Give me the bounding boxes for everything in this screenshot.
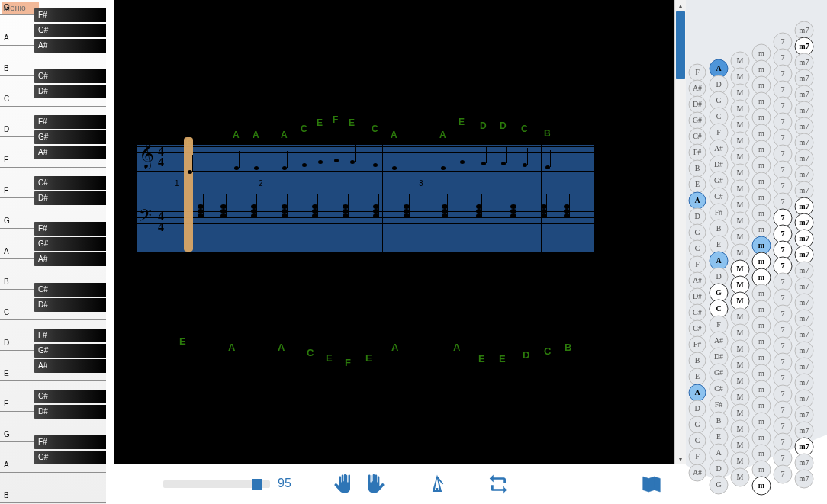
svg-text:D: D bbox=[694, 404, 700, 413]
svg-text:M: M bbox=[737, 409, 744, 417]
svg-text:M: M bbox=[737, 441, 744, 449]
note-letter: C bbox=[544, 345, 551, 357]
svg-text:C: C bbox=[716, 304, 721, 313]
map-view-button[interactable] bbox=[636, 469, 667, 499]
svg-text:M: M bbox=[737, 425, 744, 433]
svg-text:F: F bbox=[695, 260, 700, 268]
svg-text:m: m bbox=[758, 161, 764, 169]
svg-text:7: 7 bbox=[781, 262, 785, 270]
note-letter: C bbox=[372, 124, 378, 134]
svg-text:m7: m7 bbox=[799, 250, 809, 258]
loop-button[interactable] bbox=[483, 469, 513, 499]
scroll-up-icon[interactable]: ▴ bbox=[675, 0, 686, 11]
piano-black-key[interactable]: D# bbox=[34, 405, 106, 419]
measure-number: 2 bbox=[259, 179, 263, 188]
piano-keyboard[interactable]: Меню GABCDEFGABCDEFGABCDEFGABCDEFGAF#G#A… bbox=[0, 0, 106, 504]
piano-black-key[interactable]: F# bbox=[34, 222, 106, 236]
piano-black-key[interactable]: F# bbox=[34, 329, 106, 342]
svg-text:A#: A# bbox=[693, 276, 702, 284]
tempo-slider[interactable]: 95 bbox=[163, 477, 285, 492]
piano-black-key[interactable]: D# bbox=[34, 298, 106, 312]
svg-text:7: 7 bbox=[781, 342, 785, 350]
piano-white-key[interactable]: B bbox=[0, 488, 106, 503]
svg-text:m: m bbox=[758, 257, 765, 265]
piano-black-key[interactable]: D# bbox=[34, 85, 106, 98]
note-letter: E bbox=[179, 335, 186, 347]
svg-text:A#: A# bbox=[714, 144, 723, 152]
svg-text:m: m bbox=[758, 113, 764, 121]
svg-text:A: A bbox=[716, 448, 722, 457]
note-letter: F bbox=[345, 357, 351, 368]
piano-black-key[interactable]: G# bbox=[34, 451, 106, 464]
svg-text:m: m bbox=[758, 209, 764, 217]
piano-black-key[interactable]: C# bbox=[34, 69, 106, 83]
svg-text:E: E bbox=[695, 372, 700, 380]
svg-text:E: E bbox=[695, 180, 700, 188]
svg-text:7: 7 bbox=[781, 294, 785, 302]
svg-text:7: 7 bbox=[781, 181, 785, 190]
piano-black-key[interactable]: G# bbox=[34, 130, 106, 144]
svg-text:m7: m7 bbox=[800, 458, 809, 467]
svg-text:B: B bbox=[695, 164, 700, 172]
svg-text:A: A bbox=[694, 196, 700, 204]
svg-text:C#: C# bbox=[714, 384, 723, 393]
piano-black-key[interactable]: C# bbox=[34, 390, 106, 403]
piano-black-key[interactable]: C# bbox=[34, 283, 106, 297]
svg-text:M: M bbox=[737, 152, 744, 161]
piano-black-key[interactable]: C# bbox=[34, 176, 106, 190]
svg-text:m7: m7 bbox=[800, 378, 809, 387]
svg-text:A: A bbox=[716, 64, 722, 72]
note-letter: A bbox=[281, 130, 288, 140]
svg-text:m7: m7 bbox=[800, 154, 809, 162]
piano-black-key[interactable]: F# bbox=[34, 435, 106, 449]
svg-text:E: E bbox=[716, 240, 721, 249]
svg-text:7: 7 bbox=[781, 246, 785, 254]
measure-number: 1 bbox=[175, 179, 179, 188]
note-letter: C bbox=[301, 124, 307, 134]
scroll-thumb[interactable] bbox=[676, 11, 685, 79]
svg-text:7: 7 bbox=[781, 69, 785, 78]
svg-text:M: M bbox=[737, 72, 744, 81]
svg-text:M: M bbox=[737, 329, 744, 337]
svg-text:M: M bbox=[736, 297, 744, 305]
vertical-scrollbar[interactable]: ▴ ▾ bbox=[674, 0, 686, 464]
svg-text:A#: A# bbox=[693, 468, 702, 477]
svg-text:M: M bbox=[737, 217, 744, 225]
left-hand-button[interactable] bbox=[327, 469, 358, 499]
bayan-buttons[interactable]: FA#D#G#C#F#BEADGCFA#D#G#C#F#BEADGCFA#ADG… bbox=[686, 0, 827, 504]
note-letter: E bbox=[459, 117, 465, 127]
svg-text:m: m bbox=[758, 145, 764, 153]
metronome-button[interactable] bbox=[422, 469, 452, 499]
piano-black-key[interactable]: G# bbox=[34, 24, 106, 37]
svg-text:m: m bbox=[758, 81, 764, 89]
piano-black-key[interactable]: D# bbox=[34, 191, 106, 205]
note-letter: E bbox=[317, 117, 323, 128]
svg-text:m7: m7 bbox=[800, 394, 809, 403]
svg-text:7: 7 bbox=[781, 117, 785, 126]
svg-text:M: M bbox=[737, 56, 744, 65]
piano-black-key[interactable]: A# bbox=[34, 252, 106, 266]
svg-text:M: M bbox=[737, 249, 744, 257]
scroll-down-icon[interactable]: ▾ bbox=[675, 454, 686, 464]
svg-text:C: C bbox=[695, 244, 700, 252]
note-letter: D bbox=[480, 120, 487, 131]
right-hand-button[interactable] bbox=[361, 469, 391, 499]
svg-text:m: m bbox=[758, 129, 764, 137]
piano-black-key[interactable]: A# bbox=[34, 359, 106, 373]
piano-black-key[interactable]: G# bbox=[34, 237, 106, 251]
piano-black-key[interactable]: A# bbox=[34, 146, 106, 159]
svg-text:D#: D# bbox=[714, 160, 723, 169]
svg-text:m7: m7 bbox=[800, 170, 809, 178]
svg-text:m: m bbox=[758, 321, 764, 329]
score-sheet[interactable]: EAAACEFECAAEDDCB 𝄞 4 4 𝄢 4 4 bbox=[114, 0, 678, 464]
svg-text:7: 7 bbox=[781, 101, 785, 110]
svg-text:M: M bbox=[737, 201, 744, 209]
piano-black-key[interactable]: G# bbox=[34, 344, 106, 358]
piano-black-key[interactable]: F# bbox=[34, 115, 106, 129]
note-letter: A bbox=[391, 342, 398, 353]
piano-black-key[interactable]: F# bbox=[34, 8, 106, 22]
svg-text:7: 7 bbox=[781, 406, 785, 414]
svg-text:A: A bbox=[694, 388, 700, 396]
svg-text:m7: m7 bbox=[800, 314, 809, 323]
piano-black-key[interactable]: A# bbox=[34, 39, 106, 53]
